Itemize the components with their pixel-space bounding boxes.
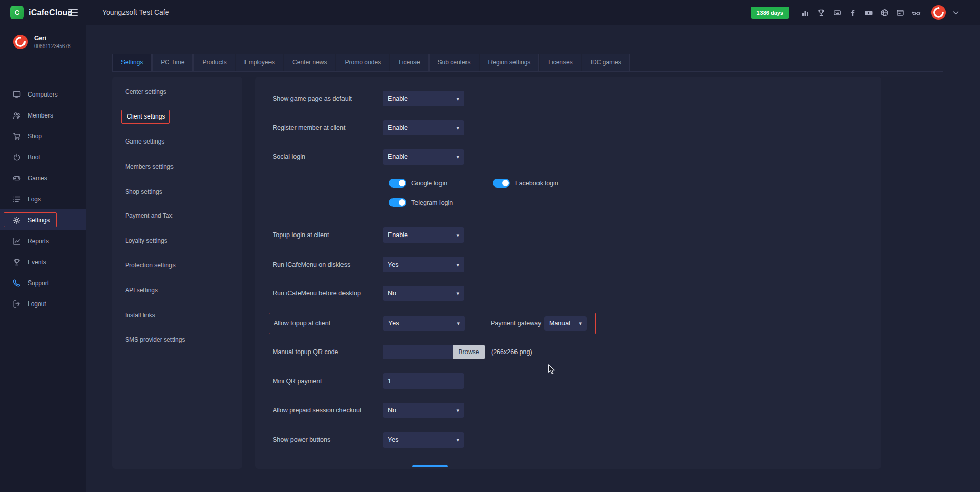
card-icon[interactable] [896,8,905,17]
sidebar-item-events[interactable]: Events [0,251,86,272]
select-caret-icon: ▾ [456,125,459,131]
sidebar-item-support[interactable]: Support [0,272,86,293]
allow-topup-select[interactable]: Yes▾ [383,316,465,331]
telegram-login-toggle[interactable] [389,198,406,207]
glasses-icon[interactable] [912,8,921,17]
sidebar-item-computers[interactable]: Computers [0,84,86,105]
nav-shop-settings[interactable]: Shop settings [125,184,162,199]
tab-license[interactable]: License [390,54,428,71]
field-label: Run iCafeMenu before desktop [273,286,361,301]
nav-game-settings[interactable]: Game settings [125,134,164,149]
select-value: No [388,407,396,414]
tab-center-news[interactable]: Center news [284,54,335,71]
analytics-icon[interactable] [801,8,810,17]
user-name: Geri [34,35,71,42]
sidebar-item-label: Games [28,175,47,182]
sidebar-item-label: Settings [28,217,50,224]
sidebar-item-logs[interactable]: Logs [0,189,86,209]
manual-qr-file-input[interactable] [383,345,453,359]
field-label: Allow prepaid session checkout [273,403,361,418]
console-icon[interactable] [832,8,842,17]
google-login-toggle[interactable] [389,179,406,188]
user-phone: 0086112345678 [34,43,71,49]
sidebar-item-reports[interactable]: Reports [0,230,86,251]
select-value: No [388,290,396,297]
tab-settings[interactable]: Settings [112,54,152,71]
user-avatar[interactable] [930,5,946,20]
sidebar-item-settings[interactable]: Settings [0,209,86,230]
field-label: Allow topup at client [274,313,330,334]
prepaid-checkout-select[interactable]: No▾ [383,403,464,418]
menu-hamburger-icon[interactable] [68,9,78,18]
sidebar-item-label: Support [28,279,49,287]
cart-icon [13,132,21,140]
nav-payment-and-tax[interactable]: Payment and Tax [125,208,173,223]
license-days-badge[interactable]: 1386 days [751,7,789,19]
field-label: Social login [273,149,305,165]
nav-members-settings[interactable]: Members settings [125,159,174,174]
mini-qr-payment-input[interactable] [383,373,464,389]
run-before-desktop-select[interactable]: No▾ [383,286,464,301]
topbar: C iCafeCloud Youngzsoft Test Cafe 1386 d… [0,0,980,25]
client-settings-form: Show game page as default Enable▾ Regist… [255,77,881,469]
tab-idc-games[interactable]: IDC games [582,54,630,71]
sidebar: Geri 0086112345678 Computers Members Sho… [0,25,86,492]
trophy-icon[interactable] [817,8,826,17]
tab-products[interactable]: Products [193,54,235,71]
facebook-icon[interactable] [848,8,857,17]
tab-pc-time[interactable]: PC Time [152,54,193,71]
run-diskless-select[interactable]: Yes▾ [383,257,464,272]
brand[interactable]: C iCafeCloud [10,6,72,19]
phone-icon [13,279,21,287]
facebook-login-toggle[interactable] [493,179,510,188]
browse-button[interactable]: Browse [453,345,485,359]
power-buttons-select[interactable]: Yes▾ [383,432,464,448]
select-caret-icon: ▾ [456,232,459,239]
main-area: Settings PC Time Products Employees Cent… [86,25,980,492]
settings-nav-panel: Center settings Client settings Game set… [112,77,242,469]
google-login-toggle-item: Google login [389,179,447,188]
qr-size-hint: (266x266 png) [491,345,532,359]
nav-install-links[interactable]: Install links [125,308,155,322]
payment-gateway-select[interactable]: Manual▾ [544,316,587,331]
nav-loyalty-settings[interactable]: Loyalty settings [125,233,167,248]
social-login-select[interactable]: Enable▾ [383,149,464,165]
toggle-label: Telegram login [411,199,453,206]
tab-employees[interactable]: Employees [236,54,283,71]
select-caret-icon: ▾ [456,154,459,160]
telegram-login-toggle-item: Telegram login [389,198,453,207]
sidebar-item-games[interactable]: Games [0,168,86,189]
tab-licenses[interactable]: Licenses [540,54,581,71]
sidebar-item-logout[interactable]: Logout [0,293,86,314]
register-member-select[interactable]: Enable▾ [383,120,464,135]
field-label: Register member at client [273,120,345,135]
scroll-indicator[interactable] [412,465,448,467]
sidebar-item-label: Boot [28,154,40,161]
tab-region-settings[interactable]: Region settings [480,54,540,71]
gamepad-icon [13,174,21,182]
sidebar-item-shop[interactable]: Shop [0,126,86,147]
topbar-right: 1386 days [751,0,959,25]
tab-promo-codes[interactable]: Promo codes [336,54,389,71]
chevron-down-icon[interactable] [953,11,959,15]
topup-login-select[interactable]: Enable▾ [383,227,464,243]
brand-name: iCafeCloud [29,8,72,17]
youtube-icon[interactable] [864,8,873,17]
sidebar-item-members[interactable]: Members [0,105,86,126]
nav-api-settings[interactable]: API settings [125,283,158,297]
nav-center-settings[interactable]: Center settings [125,85,166,99]
nav-sms-provider-settings[interactable]: SMS provider settings [125,333,185,347]
nav-protection-settings[interactable]: Protection settings [125,258,176,272]
sidebar-item-label: Events [28,259,46,266]
sidebar-item-boot[interactable]: Boot [0,147,86,168]
show-game-page-select[interactable]: Enable▾ [383,91,464,106]
toggle-label: Google login [411,180,447,187]
sidebar-user[interactable]: Geri 0086112345678 [13,34,71,50]
sidebar-item-label: Reports [28,238,49,245]
nav-client-settings[interactable]: Client settings [121,110,170,124]
tab-sub-centers[interactable]: Sub centers [429,54,479,71]
report-chart-icon [13,237,21,245]
sidebar-nav: Computers Members Shop Boot Games Logs S… [0,84,86,314]
globe-icon[interactable] [880,8,889,17]
select-caret-icon: ▾ [456,290,459,297]
